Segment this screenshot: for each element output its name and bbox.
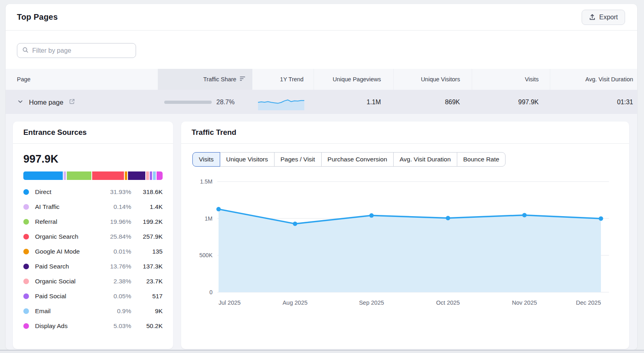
svg-text:1M: 1M xyxy=(205,215,213,222)
legend-percent: 0.14% xyxy=(102,203,131,211)
legend-value: 137.3K xyxy=(131,263,163,270)
page-below-strip xyxy=(0,351,644,353)
tab-avg-visit-duration[interactable]: Avg. Visit Duration xyxy=(393,152,457,167)
legend-item-referral[interactable]: Referral19.96%199.2K xyxy=(23,214,163,229)
legend-item-organic-social[interactable]: Organic Social2.38%23.7K xyxy=(23,274,163,289)
bar-segment-google-ai-mode xyxy=(125,171,127,180)
external-link-icon[interactable] xyxy=(68,98,75,107)
entrance-sources-title: Entrance Sources xyxy=(23,128,87,137)
tab-unique-visitors[interactable]: Unique Visitors xyxy=(220,152,275,167)
bar-segment-organic-search xyxy=(92,171,124,180)
bar-segment-paid-search xyxy=(128,171,145,180)
legend-item-google-ai-mode[interactable]: Google AI Mode0.01%135 xyxy=(23,244,163,259)
bar-segment-email xyxy=(153,171,155,180)
legend-color-dot xyxy=(23,189,29,195)
legend-item-display-ads[interactable]: Display Ads5.03%50.2K xyxy=(23,318,163,333)
legend-value: 1.4K xyxy=(131,203,163,211)
bar-segment-direct xyxy=(23,171,63,180)
trend-sparkline xyxy=(258,94,304,110)
entrance-sources-legend: Direct31.93%318.6KAI Traffic0.14%1.4KRef… xyxy=(23,184,163,333)
legend-percent: 0.01% xyxy=(102,248,131,255)
column-header-unique-pageviews[interactable]: Unique Pageviews xyxy=(314,69,393,90)
export-button[interactable]: Export xyxy=(582,10,625,25)
legend-color-dot xyxy=(23,323,29,329)
legend-value: 318.6K xyxy=(131,188,163,196)
legend-color-dot xyxy=(23,308,29,314)
column-header-visits[interactable]: Visits xyxy=(472,69,550,90)
legend-color-dot xyxy=(23,264,29,269)
legend-percent: 19.96% xyxy=(102,218,131,225)
search-icon xyxy=(22,47,29,55)
table-header-row: Page Traffic Share 1Y Trend Unique Pagev… xyxy=(6,69,637,90)
unique-pageviews-value: 1.1M xyxy=(314,90,393,115)
visits-value: 997.9K xyxy=(472,90,550,115)
metric-tabs: VisitsUnique VisitorsPages / VisitPurcha… xyxy=(192,152,506,167)
legend-label: Direct xyxy=(35,188,102,196)
legend-color-dot xyxy=(23,234,29,239)
legend-percent: 0.05% xyxy=(102,293,131,300)
row-expand-toggle[interactable]: Home page xyxy=(17,98,75,107)
column-header-traffic-share[interactable]: Traffic Share xyxy=(158,69,252,90)
panel-header: Top Pages Export xyxy=(6,4,637,31)
legend-label: AI Traffic xyxy=(35,203,102,211)
page-name: Home page xyxy=(29,99,63,106)
legend-color-dot xyxy=(23,293,29,299)
legend-label: Referral xyxy=(35,218,102,225)
traffic-trend-card: Traffic Trend VisitsUnique VisitorsPages… xyxy=(181,122,629,349)
row-detail-area: Entrance Sources 997.9K Direct31.93%318.… xyxy=(6,114,637,350)
legend-percent: 5.03% xyxy=(102,322,131,330)
filter-section xyxy=(6,31,637,58)
page-title: Top Pages xyxy=(17,12,58,22)
legend-label: Organic Search xyxy=(35,233,102,240)
entrance-sources-bar xyxy=(23,171,163,180)
column-header-avg-visit-duration[interactable]: Avg. Visit Duration xyxy=(550,69,637,90)
table-row[interactable]: Home page 28.7% 1.1M 869K 997.9K xyxy=(6,90,637,115)
svg-text:500K: 500K xyxy=(199,252,213,258)
filter-field[interactable] xyxy=(17,43,136,58)
svg-text:Jul 2025: Jul 2025 xyxy=(219,299,241,306)
column-header-1y-trend[interactable]: 1Y Trend xyxy=(252,69,314,90)
column-header-unique-visitors[interactable]: Unique Visitors xyxy=(393,69,472,90)
legend-percent: 13.76% xyxy=(102,263,131,270)
chevron-down-icon[interactable] xyxy=(17,98,24,107)
tab-pages-visit[interactable]: Pages / Visit xyxy=(274,152,322,167)
entrance-sources-total: 997.9K xyxy=(23,153,163,165)
svg-text:Aug 2025: Aug 2025 xyxy=(283,299,308,306)
unique-visitors-value: 869K xyxy=(393,90,471,115)
tab-bounce-rate[interactable]: Bounce Rate xyxy=(457,152,506,167)
legend-item-email[interactable]: Email0.9%9K xyxy=(23,303,163,318)
legend-color-dot xyxy=(23,249,29,254)
legend-value: 50.2K xyxy=(131,322,163,330)
svg-text:0: 0 xyxy=(209,289,213,295)
legend-value: 517 xyxy=(131,293,163,300)
legend-value: 23.7K xyxy=(131,278,163,285)
filter-input[interactable] xyxy=(32,47,131,54)
svg-text:Nov 2025: Nov 2025 xyxy=(512,299,537,306)
traffic-trend-title: Traffic Trend xyxy=(192,128,236,137)
legend-item-ai-traffic[interactable]: AI Traffic0.14%1.4K xyxy=(23,199,163,214)
traffic-trend-chart: 0500K1M1.5MJul 2025Aug 2025Sep 2025Oct 2… xyxy=(181,169,629,311)
column-header-page[interactable]: Page xyxy=(6,69,158,90)
legend-item-paid-search[interactable]: Paid Search13.76%137.3K xyxy=(23,259,163,274)
legend-color-dot xyxy=(23,219,29,225)
export-label: Export xyxy=(599,14,618,21)
legend-percent: 2.38% xyxy=(102,278,131,285)
legend-label: Email xyxy=(35,308,102,315)
bar-segment-organic-social xyxy=(146,171,149,180)
legend-percent: 25.84% xyxy=(102,233,131,240)
top-pages-table: Page Traffic Share 1Y Trend Unique Pagev… xyxy=(6,69,637,115)
legend-item-paid-social[interactable]: Paid Social0.05%517 xyxy=(23,289,163,303)
legend-item-direct[interactable]: Direct31.93%318.6K xyxy=(23,184,163,199)
svg-text:Oct 2025: Oct 2025 xyxy=(436,299,460,306)
legend-color-dot xyxy=(23,204,29,210)
tab-purchase-conversion[interactable]: Purchase Conversion xyxy=(321,152,394,167)
bar-segment-referral xyxy=(67,171,91,180)
bar-segment-display-ads xyxy=(157,171,163,180)
svg-text:Dec 2025: Dec 2025 xyxy=(576,299,601,306)
tab-visits[interactable]: Visits xyxy=(192,152,220,167)
legend-value: 9K xyxy=(131,308,163,315)
bar-segment-paid-social xyxy=(150,171,152,180)
legend-color-dot xyxy=(23,279,29,284)
legend-item-organic-search[interactable]: Organic Search25.84%257.9K xyxy=(23,229,163,244)
legend-value: 199.2K xyxy=(131,218,163,225)
